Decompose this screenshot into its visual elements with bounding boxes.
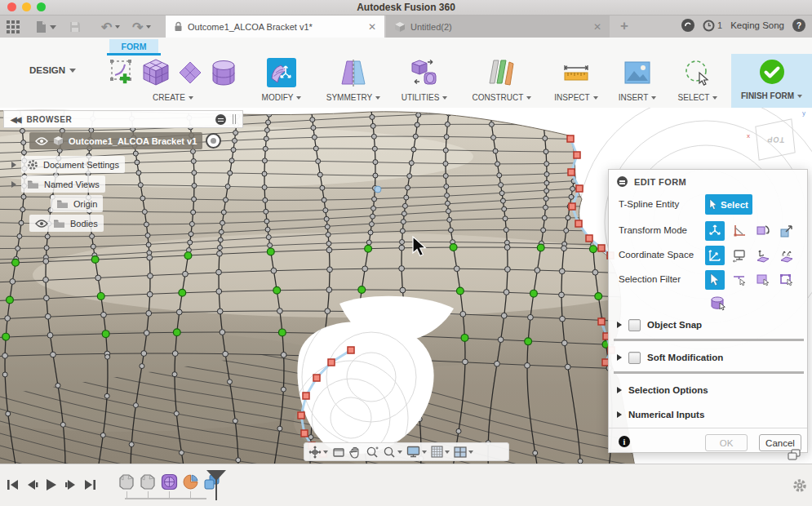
notifications-clock-icon[interactable]: 1	[703, 20, 722, 32]
soft-modification-checkbox[interactable]	[628, 352, 641, 364]
panel-menu-icon[interactable]	[215, 114, 226, 125]
orbit-tool[interactable]	[308, 446, 328, 459]
transform-translate-button[interactable]	[705, 221, 725, 241]
close-tab-icon[interactable]: ✕	[593, 21, 601, 33]
create-sketch-icon[interactable]	[109, 59, 135, 87]
finish-form-check-icon[interactable]	[758, 58, 786, 86]
zoom-tool[interactable]	[366, 446, 379, 459]
inspect-ruler-icon[interactable]	[562, 60, 590, 85]
expand-caret-icon[interactable]	[11, 181, 16, 188]
new-tab-button[interactable]: +	[620, 18, 628, 34]
play-button[interactable]	[46, 478, 57, 491]
coord-view-button[interactable]	[730, 246, 749, 265]
visibility-eye-icon[interactable]	[35, 137, 48, 145]
document-tab-active[interactable]: Outcome1_ALCOA Bracket v1* ✕	[166, 16, 384, 38]
zoom-dropdown[interactable]	[397, 451, 402, 454]
finish-form-block[interactable]: FINISH FORM	[731, 54, 812, 108]
section-object-snap[interactable]: Object Snap	[609, 315, 809, 335]
timeline-feature-body2[interactable]	[140, 473, 157, 490]
modify-dropdown[interactable]: MODIFY	[251, 93, 312, 102]
orbit-dropdown[interactable]	[323, 451, 328, 454]
filter-face-button[interactable]	[753, 270, 773, 290]
job-status-icon[interactable]	[681, 19, 694, 32]
construct-dropdown[interactable]: CONSTRUCT	[470, 93, 534, 102]
utilities-icon[interactable]	[410, 58, 439, 87]
expand-caret-icon[interactable]	[11, 162, 16, 168]
browser-row-named-views[interactable]: Named Views	[11, 175, 105, 193]
timeline-feature-boolean[interactable]	[182, 473, 199, 490]
dialog-menu-icon[interactable]	[617, 176, 628, 187]
tab-form-context[interactable]: FORM	[109, 39, 158, 53]
create-cylinder-icon[interactable]	[210, 59, 237, 87]
3d-viewport[interactable]: TOP x y ◀◀ BROWSER Outcome1_ALCOA Bracke…	[0, 108, 812, 464]
step-back-button[interactable]	[26, 479, 38, 490]
timeline-settings-gear-icon[interactable]	[792, 478, 807, 493]
undo-button[interactable]: ↶	[101, 19, 120, 35]
filter-body-button[interactable]	[777, 270, 796, 290]
browser-row-root[interactable]: Outcome1_ALCOA Bracket v1	[29, 132, 221, 149]
coord-local-button[interactable]	[753, 246, 773, 265]
coord-perface-button[interactable]	[777, 246, 796, 265]
browser-row-bodies[interactable]: Bodies	[29, 215, 104, 232]
symmetry-icon[interactable]	[339, 58, 368, 87]
info-icon[interactable]: i	[619, 436, 630, 447]
grid-dropdown[interactable]	[445, 451, 450, 454]
go-to-end-button[interactable]	[84, 479, 96, 490]
go-to-start-button[interactable]	[7, 479, 19, 490]
collapse-panel-icon[interactable]: ◀◀	[11, 115, 20, 124]
expand-caret-icon[interactable]	[617, 387, 622, 393]
expand-caret-icon[interactable]	[617, 322, 622, 328]
transform-scale-button[interactable]	[777, 221, 796, 241]
coord-world-button[interactable]	[705, 246, 725, 265]
construct-icon[interactable]	[486, 58, 517, 87]
timeline-feature-form[interactable]	[161, 473, 178, 490]
timeline-feature-body1[interactable]	[118, 473, 135, 490]
create-plane-icon[interactable]	[177, 60, 203, 86]
section-soft-modification[interactable]: Soft Modification	[609, 348, 809, 367]
expand-caret-icon[interactable]	[617, 411, 622, 418]
select-tool-icon[interactable]	[683, 58, 712, 87]
utilities-dropdown[interactable]: UTILITIES	[394, 93, 455, 102]
visibility-eye-icon[interactable]	[35, 220, 48, 228]
panel-resize-grip[interactable]	[233, 114, 236, 124]
dock-dialog-icon[interactable]	[788, 449, 801, 460]
section-selection-options[interactable]: Selection Options	[609, 380, 809, 400]
filter-edge-button[interactable]	[730, 270, 749, 290]
browser-header[interactable]: ◀◀ BROWSER	[3, 110, 243, 128]
filter-all-button[interactable]	[705, 270, 725, 290]
browser-row-origin[interactable]: Origin	[51, 195, 103, 212]
redo-button[interactable]: ↷	[132, 19, 151, 35]
expand-caret-icon[interactable]	[617, 354, 622, 361]
display-dropdown[interactable]	[422, 451, 427, 454]
view-cube[interactable]: TOP x y	[752, 116, 802, 163]
timeline-playhead-line[interactable]	[215, 472, 217, 500]
finish-form-dropdown[interactable]: FINISH FORM	[731, 91, 812, 100]
save-icon[interactable]	[69, 19, 81, 35]
app-grid-icon[interactable]	[7, 19, 20, 35]
insert-dropdown[interactable]: INSERT	[610, 93, 664, 102]
help-icon[interactable]: ?	[792, 19, 805, 32]
timeline-track[interactable]	[125, 498, 206, 499]
symmetry-dropdown[interactable]: SYMMETRY	[322, 93, 384, 102]
edit-form-tool-icon[interactable]	[267, 58, 296, 87]
section-numerical-inputs[interactable]: Numerical Inputs	[609, 405, 809, 424]
pan-tool[interactable]	[349, 446, 362, 459]
browser-row-document-settings[interactable]: Document Settings	[11, 156, 125, 173]
object-snap-checkbox[interactable]	[628, 319, 641, 331]
create-box-icon[interactable]	[141, 58, 171, 87]
file-menu-button[interactable]	[36, 19, 56, 35]
look-at-tool[interactable]	[332, 446, 345, 458]
viewports-dropdown[interactable]	[468, 451, 473, 454]
select-entity-button[interactable]: Select	[705, 194, 752, 215]
user-name[interactable]: Keqing Song	[730, 20, 784, 30]
activate-component-radio[interactable]	[206, 133, 221, 149]
grid-settings[interactable]	[431, 446, 450, 458]
create-dropdown[interactable]: CREATE	[103, 93, 243, 102]
viewports-layout[interactable]	[454, 446, 473, 458]
transform-axis-button[interactable]	[730, 221, 749, 241]
close-tab-icon[interactable]: ✕	[368, 21, 376, 33]
select-dropdown[interactable]: SELECT	[671, 93, 725, 102]
ok-button[interactable]: OK	[705, 434, 748, 451]
insert-image-icon[interactable]	[624, 61, 650, 84]
step-forward-button[interactable]	[64, 479, 77, 490]
